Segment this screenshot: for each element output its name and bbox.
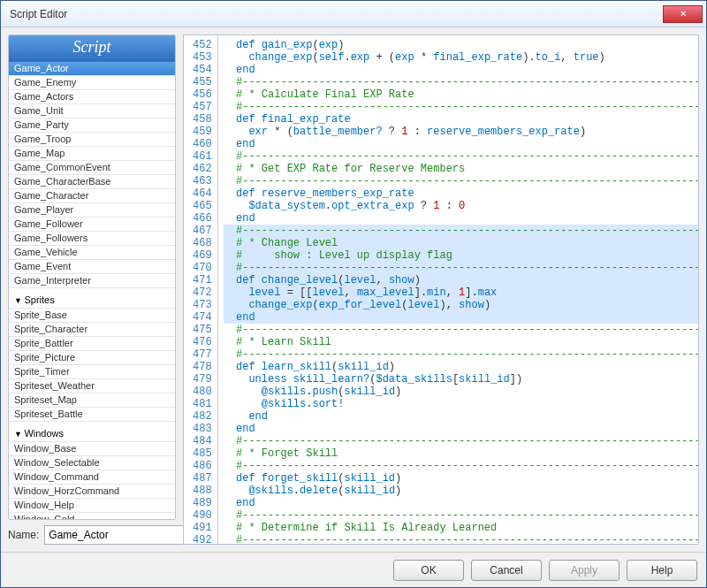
script-list-item[interactable]: Game_Actor	[9, 62, 175, 76]
script-section-header[interactable]: Sprites	[9, 288, 175, 309]
script-list-item[interactable]: Sprite_Base	[9, 309, 175, 323]
name-field-row: Name:	[8, 525, 176, 545]
code-line[interactable]: # * Forget Skill	[224, 447, 698, 460]
script-list-item[interactable]: Spriteset_Battle	[9, 408, 175, 422]
script-list-item[interactable]: Window_Selectable	[9, 456, 175, 470]
code-line[interactable]: end	[224, 212, 698, 225]
script-list-item[interactable]: Game_Actors	[9, 90, 175, 104]
script-list-item[interactable]: Spriteset_Map	[9, 393, 175, 408]
code-line[interactable]: # * Get EXP Rate for Reserve Members	[224, 163, 698, 175]
code-line[interactable]: #---------------------------------------…	[224, 348, 698, 361]
script-section-header[interactable]: Windows	[9, 422, 175, 442]
code-line[interactable]: change_exp(self.exp + (exp * final_exp_r…	[224, 51, 698, 64]
code-line[interactable]: $data_system.opt_extra_exp ? 1 : 0	[224, 200, 698, 212]
script-list-item[interactable]: Window_Help	[9, 499, 175, 513]
line-number: 454	[193, 64, 212, 76]
line-number: 467	[193, 225, 212, 237]
code-line[interactable]: end	[224, 138, 698, 150]
script-list-item[interactable]: Game_Troop	[9, 133, 175, 147]
script-list-item[interactable]: Window_Command	[9, 470, 175, 485]
line-number: 469	[193, 249, 212, 262]
line-number: 455	[193, 76, 212, 88]
script-list-item[interactable]: Game_Enemy	[9, 76, 175, 90]
window-title: Script Editor	[10, 8, 663, 20]
code-line[interactable]: def learn_skill(skill_id)	[224, 361, 698, 373]
script-list-item[interactable]: Sprite_Picture	[9, 351, 175, 365]
script-list[interactable]: Game_ActorGame_EnemyGame_ActorsGame_Unit…	[9, 62, 175, 519]
script-list-item[interactable]: Window_Gold	[9, 513, 175, 519]
line-number: 468	[193, 237, 212, 249]
line-gutter: 4524534544554564574584594604614624634644…	[184, 35, 218, 544]
code-line[interactable]: end	[224, 410, 698, 423]
script-list-item[interactable]: Game_Interpreter	[9, 274, 175, 288]
code-line[interactable]: end	[224, 497, 698, 509]
close-button[interactable]: ✕	[663, 5, 703, 23]
script-list-item[interactable]: Game_Followers	[9, 232, 175, 246]
help-button[interactable]: Help	[627, 560, 697, 581]
script-list-item[interactable]: Window_Base	[9, 442, 175, 456]
ok-button[interactable]: OK	[393, 560, 464, 581]
code-scroller[interactable]: 4524534544554564574584594604614624634644…	[184, 35, 698, 544]
script-list-item[interactable]: Game_Party	[9, 118, 175, 133]
line-number: 463	[193, 175, 212, 187]
code-line[interactable]: def final_exp_rate	[224, 113, 698, 126]
script-list-item[interactable]: Game_Event	[9, 260, 175, 274]
code-line[interactable]: #---------------------------------------…	[224, 509, 698, 522]
name-input[interactable]	[44, 525, 186, 545]
code-line[interactable]: def gain_exp(exp)	[224, 39, 698, 51]
code-line[interactable]: unless skill_learn?($data_skills[skill_i…	[224, 373, 698, 386]
code-line[interactable]: #---------------------------------------…	[224, 262, 698, 274]
script-list-item[interactable]: Game_CharacterBase	[9, 175, 175, 189]
code-line[interactable]: #---------------------------------------…	[224, 76, 698, 88]
code-line[interactable]: # * Calculate Final EXP Rate	[224, 88, 698, 101]
close-icon: ✕	[680, 9, 687, 19]
line-number: 453	[193, 51, 212, 64]
script-list-item[interactable]: Game_Follower	[9, 218, 175, 232]
apply-button[interactable]: Apply	[549, 560, 620, 581]
code-line[interactable]: # show : Level up display flag	[224, 249, 698, 262]
code-line[interactable]: end	[224, 311, 698, 324]
code-line[interactable]: #---------------------------------------…	[224, 324, 698, 336]
script-list-item[interactable]: Window_HorzCommand	[9, 485, 175, 499]
code-line[interactable]: def forget_skill(skill_id)	[224, 472, 698, 485]
code-line[interactable]: change_exp(exp_for_level(level), show)	[224, 299, 698, 311]
script-list-item[interactable]: Sprite_Battler	[9, 337, 175, 351]
code-line[interactable]: level = [[level, max_level].min, 1].max	[224, 286, 698, 299]
code-line[interactable]: #---------------------------------------…	[224, 175, 698, 187]
code-line[interactable]: #---------------------------------------…	[224, 101, 698, 113]
script-list-item[interactable]: Game_Map	[9, 147, 175, 161]
script-list-item[interactable]: Game_Character	[9, 189, 175, 203]
line-number: 459	[193, 126, 212, 138]
code-line[interactable]: # * Change Level	[224, 237, 698, 249]
code-line[interactable]: # * Determine if Skill Is Already Learne…	[224, 522, 698, 534]
code-line[interactable]: end	[224, 423, 698, 435]
code-line[interactable]: #---------------------------------------…	[224, 460, 698, 472]
script-list-item[interactable]: Game_Vehicle	[9, 246, 175, 260]
line-number: 479	[193, 373, 212, 386]
line-number: 465	[193, 200, 212, 212]
code-line[interactable]: #---------------------------------------…	[224, 225, 698, 237]
code-line[interactable]: #---------------------------------------…	[224, 150, 698, 163]
line-number: 475	[193, 324, 212, 336]
script-list-item[interactable]: Game_Unit	[9, 104, 175, 118]
script-list-item[interactable]: Spriteset_Weather	[9, 379, 175, 393]
code-line[interactable]: # * Learn Skill	[224, 336, 698, 348]
code-area[interactable]: def gain_exp(exp) change_exp(self.exp + …	[218, 35, 698, 544]
code-line[interactable]: def reserve_members_exp_rate	[224, 187, 698, 200]
script-list-panel: Script Game_ActorGame_EnemyGame_ActorsGa…	[8, 34, 176, 520]
code-line[interactable]: @skills.sort!	[224, 398, 698, 410]
titlebar[interactable]: Script Editor ✕	[1, 1, 706, 27]
code-line[interactable]: end	[224, 64, 698, 76]
code-line[interactable]: #---------------------------------------…	[224, 435, 698, 447]
cancel-button[interactable]: Cancel	[471, 560, 542, 581]
script-list-item[interactable]: Game_Player	[9, 203, 175, 218]
script-list-item[interactable]: Game_CommonEvent	[9, 161, 175, 175]
code-line[interactable]: #---------------------------------------…	[224, 534, 698, 544]
code-line[interactable]: @skills.delete(skill_id)	[224, 485, 698, 497]
code-line[interactable]: exr * (battle_member? ? 1 : reserve_memb…	[224, 126, 698, 138]
line-number: 492	[193, 534, 212, 544]
script-list-item[interactable]: Sprite_Timer	[9, 365, 175, 379]
code-line[interactable]: def change_level(level, show)	[224, 274, 698, 286]
code-line[interactable]: @skills.push(skill_id)	[224, 386, 698, 398]
script-list-item[interactable]: Sprite_Character	[9, 323, 175, 337]
